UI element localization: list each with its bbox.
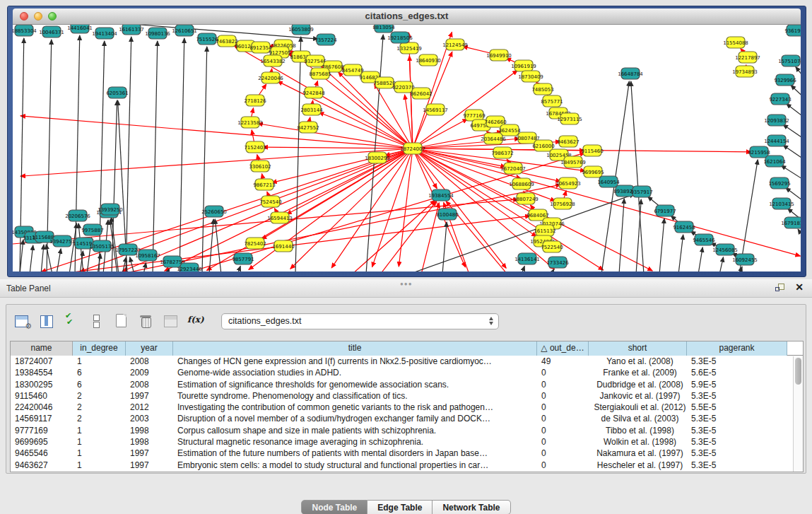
graph-node-label: 13942757: [49, 239, 75, 245]
table-cell: 2: [73, 413, 126, 424]
graph-node-label: 1615132: [534, 228, 555, 234]
table-cell: Dudbridge et al. (2008): [589, 379, 687, 390]
table-cell: Yano et al. (2008): [589, 356, 687, 367]
network-canvas[interactable]: 1872400718300295746382296012308912354182…: [13, 25, 801, 271]
graph-node-label: 12610651: [172, 28, 197, 34]
show-columns-icon[interactable]: [38, 313, 57, 329]
graph-edge[interactable]: [290, 148, 413, 269]
table-cell: 2008: [126, 356, 173, 367]
graph-node-label: 7515526: [196, 37, 218, 42]
table-row[interactable]: 1938455462009Genome-wide association stu…: [11, 367, 803, 378]
table-panel-header: Table Panel ●●● ✕: [0, 279, 812, 298]
table-cell: 0: [537, 425, 589, 436]
table-select-dropdown[interactable]: citations_edges.txt: [221, 313, 499, 329]
table-row[interactable]: 2242004622012Investigating the contribut…: [11, 402, 803, 413]
graph-node-label: 7825402: [244, 241, 266, 247]
new-document-icon[interactable]: [112, 313, 131, 329]
graph-node-label: 1691440: [272, 244, 294, 250]
graph-edge[interactable]: [143, 263, 146, 271]
table-cell: 9777169: [11, 425, 73, 436]
graph-edge[interactable]: [20, 116, 413, 148]
table-row[interactable]: 1456911722003Disruption of a novel membe…: [11, 413, 803, 424]
scrollbar-thumb[interactable]: [795, 358, 801, 385]
graph-edge[interactable]: [796, 67, 801, 82]
graph-edge[interactable]: [209, 219, 213, 271]
graph-edge[interactable]: [30, 245, 33, 271]
graph-edge[interactable]: [522, 266, 524, 271]
float-panel-icon[interactable]: [775, 284, 785, 293]
graph-edge[interactable]: [442, 222, 447, 271]
table-row[interactable]: 977716911998Corpus callosum shape and si…: [11, 425, 803, 436]
table-cell: 18724007: [11, 356, 73, 367]
table-row[interactable]: 1830029562008Estimation of significance …: [11, 379, 803, 390]
graph-edge[interactable]: [719, 257, 724, 271]
table-cell: 2003: [126, 413, 173, 424]
graph-edge[interactable]: [659, 218, 664, 271]
graph-edge[interactable]: [319, 112, 413, 148]
table-cell: Estimation of significance thresholds fo…: [173, 379, 537, 390]
graph-edge[interactable]: [551, 269, 554, 271]
column-header[interactable]: in_degree: [73, 341, 126, 356]
graph-edge[interactable]: [295, 37, 301, 271]
table-cell: 49: [537, 356, 589, 367]
graph-node-label: 18807249: [513, 197, 539, 202]
graph-edge[interactable]: [698, 247, 702, 271]
table-row[interactable]: 1872400712008Changes of HCN gene express…: [11, 356, 803, 367]
column-header[interactable]: short: [589, 341, 687, 356]
tab-edge-table[interactable]: Edge Table: [367, 500, 433, 514]
graph-edge[interactable]: [631, 81, 644, 271]
graph-edge[interactable]: [263, 147, 413, 148]
close-panel-icon[interactable]: ✕: [795, 281, 804, 293]
graph-node-label: 3306102: [249, 164, 271, 170]
import-table-icon[interactable]: [162, 313, 180, 329]
graph-edge[interactable]: [126, 37, 131, 271]
window-titlebar[interactable]: citations_edges.txt: [13, 8, 801, 25]
clear-selection-icon[interactable]: [88, 313, 106, 329]
column-header[interactable]: year: [126, 341, 173, 356]
graph-edge[interactable]: [153, 41, 158, 271]
table-row[interactable]: 946554611997Estimation of the future num…: [11, 448, 803, 459]
select-all-icon[interactable]: [63, 313, 81, 329]
graph-edge[interactable]: [99, 41, 105, 271]
column-header[interactable]: pagerank: [687, 341, 787, 356]
graph-edge[interactable]: [791, 86, 801, 101]
graph-edge[interactable]: [798, 229, 801, 244]
graph-edge[interactable]: [678, 235, 683, 271]
graph-node-label: 8875685: [309, 71, 331, 77]
graph-edge[interactable]: [75, 35, 80, 271]
vertical-scrollbar[interactable]: [793, 356, 803, 472]
graph-edge[interactable]: [41, 245, 44, 271]
table-cell: 0: [537, 460, 589, 471]
graph-edge[interactable]: [636, 199, 641, 271]
graph-node-label: 1621064: [763, 159, 786, 165]
table-row[interactable]: 911546021997Tourette syndrome. Phenomeno…: [11, 390, 803, 402]
graph-edge[interactable]: [180, 38, 184, 271]
graph-edge[interactable]: [237, 266, 240, 271]
table-row[interactable]: 946362711997Embryonic stem cells: a mode…: [11, 460, 803, 471]
citation-network-graph[interactable]: 1872400718300295746382296012308912354182…: [13, 25, 801, 271]
column-header[interactable]: title: [173, 341, 537, 356]
graph-edge[interactable]: [783, 145, 801, 162]
graph-node-label: 12973115: [557, 117, 582, 122]
function-builder-icon[interactable]: [187, 313, 205, 329]
tab-node-table[interactable]: Node Table: [301, 500, 367, 514]
graph-edge[interactable]: [249, 148, 413, 269]
graph-edge[interactable]: [57, 249, 61, 271]
column-header[interactable]: name: [11, 341, 73, 356]
panel-splitter-grip[interactable]: ●●●: [400, 281, 413, 287]
graph-edge[interactable]: [619, 199, 624, 271]
graph-node-label: 6791977: [654, 209, 676, 214]
table-row[interactable]: 969969511998Structural magnetic resonanc…: [11, 436, 803, 448]
table-cell: 2012: [126, 402, 173, 413]
graph-node-label: 10654923: [555, 181, 581, 187]
table-settings-icon[interactable]: [13, 313, 32, 329]
table-cell: 5.9E-5: [687, 379, 787, 390]
graph-node-label: 12213583: [237, 120, 263, 126]
table-panel-title: Table Panel: [6, 284, 51, 293]
graph-edge[interactable]: [202, 47, 207, 271]
column-header[interactable]: △ out_de…: [537, 341, 589, 356]
delete-table-icon[interactable]: [137, 313, 155, 329]
graph-node-label: 7462660: [484, 119, 506, 125]
graph-node-label: 12093832: [764, 118, 789, 124]
tab-network-table[interactable]: Network Table: [433, 500, 510, 514]
